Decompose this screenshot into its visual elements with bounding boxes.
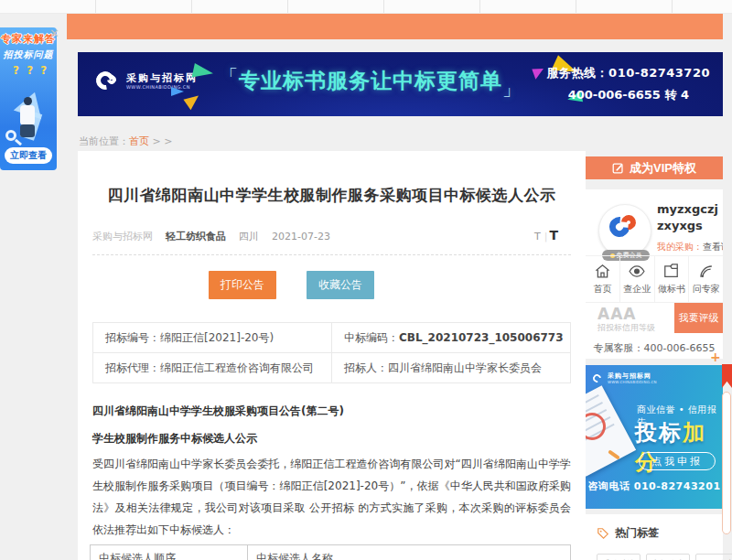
hot-tags-card: 热门标签 采购精选 中标公告 项目公告 — [586, 514, 723, 560]
edge-floating-widget[interactable] — [722, 364, 732, 388]
notice-subtitle-2: 学生校服制作服务中标候选人公示 — [92, 431, 571, 447]
logo-url: WWW.CHINABIDDING.CN — [126, 84, 198, 91]
eye-icon — [628, 263, 646, 280]
top-orange-bar — [67, 14, 723, 39]
service-ad-banner[interactable]: 采购与招标网 WWW.CHINABIDDING.CN 「专业标书服务让中标更简单… — [78, 52, 723, 116]
username: myzxgczjzxyxgs — [657, 201, 721, 234]
meta-category[interactable]: 轻工纺织食品 — [166, 230, 226, 243]
page-title: 四川省绵阳南山中学学生校服制作服务采购项目中标候选人公示 — [92, 185, 571, 206]
triangle-decoration — [171, 87, 184, 96]
table-row: 招标代理：绵阳正信工程造价咨询有限公司 招标人：四川省绵阳南山中学家长委员会 — [93, 353, 571, 383]
view-now-button[interactable]: 立即查看 — [5, 147, 52, 164]
logo-name: 采购与招标网 — [126, 73, 198, 84]
tag-chip[interactable]: 中标公告 — [646, 554, 690, 560]
folder-icon — [662, 263, 680, 280]
sparkle-decoration: + — [710, 350, 721, 364]
meta-region[interactable]: 四川 — [239, 230, 259, 243]
float-banner-subline: 招投标问题 — [0, 48, 57, 61]
notice-subtitle-1: 四川省绵阳南山中学学生校服采购项目公告(第二号) — [92, 404, 571, 419]
bid-bonus-ad-banner[interactable]: 采购与招标网WWW.CHINABIDDING.CN 商业信誉 • 信用报告 投标… — [586, 365, 723, 509]
rss-icon — [697, 263, 715, 280]
tenderee-cell: 招标人：四川省绵阳南山中学家长委员会 — [332, 353, 571, 383]
apply-now-button[interactable]: 点我申报 — [639, 452, 716, 470]
font-size-controls: T|T — [534, 228, 558, 242]
triangle-decoration — [532, 65, 545, 79]
credit-grade-desc: 招投标信用等级 — [597, 322, 655, 334]
quick-nav: 首页 查企业 做标书 问专家 — [586, 255, 723, 302]
sidebar-item-make-bid-doc[interactable]: 做标书 — [655, 256, 690, 302]
edge-toolbar-collapsed[interactable] — [722, 392, 731, 534]
sidebar-item-ask-expert[interactable]: 问专家 — [689, 256, 723, 302]
col-header-name: 中标候选人名称 — [248, 545, 571, 560]
float-banner-headline: 专家来解答 — [0, 32, 57, 46]
bid-info-table: 招标编号：绵阳正信[2021]-20号) 中标编码：CBL_20210723_1… — [92, 322, 571, 383]
candidates-table: 中标候选人顺序 中标候选人名称 第一中标候选人 杭州思美服饰有限公司 第二中标候… — [90, 544, 571, 560]
service-hotline: 服务热线：010-82743720 400-006-6655 转 4 — [547, 65, 710, 103]
table-header-row: 中标候选人顺序 中标候选人名称 — [91, 545, 571, 560]
tag-icon — [597, 527, 609, 540]
triangle-decoration — [183, 92, 202, 111]
tag-chip[interactable]: 项目公告 — [695, 554, 732, 560]
left-floating-banner[interactable]: 专家来解答 招投标问题 ? ? ? 立即查看 — [0, 27, 57, 170]
my-procurement-line: 我的采购：查看详情 — [657, 241, 723, 253]
breadcrumb-home-link[interactable]: 首页 — [129, 135, 149, 147]
dedicated-service-line: 专属客服：400-006-6655 — [586, 341, 723, 355]
edit-icon — [612, 162, 624, 174]
sidebar-item-search-company[interactable]: 查企业 — [620, 256, 655, 302]
credit-rating-row: AAA 招投标信用等级 我要评级 — [586, 302, 723, 332]
favorite-notice-button[interactable]: 收藏公告 — [307, 271, 374, 299]
question-marks-decoration: ? ? ? — [13, 64, 48, 77]
meta-date: 2021-07-23 — [272, 231, 330, 242]
tag-chip[interactable]: 采购精选 — [597, 554, 640, 560]
col-header-order: 中标候选人顺序 — [91, 545, 248, 560]
breadcrumb-prefix: 当前位置： — [79, 135, 129, 147]
dashed-divider — [92, 254, 571, 255]
page: { "colors": { "orange_bar": "#f68e5f", "… — [0, 0, 732, 560]
ad-phone: 咨询电话 010-82743201 — [586, 479, 723, 493]
top-browser-strip — [0, 0, 732, 14]
notice-body-paragraph: 受四川省绵阳南山中学家长委员会委托，绵阳正信工程造价咨询有限公司对“四川省绵阳南… — [92, 453, 571, 541]
action-buttons: 打印公告 收藏公告 — [209, 271, 571, 299]
credit-grade: AAA — [597, 305, 636, 323]
article-meta: 采购与招标网 轻工纺织食品 四川 2021-07-23 T|T — [92, 228, 571, 243]
view-details-link[interactable]: 查看详情 — [703, 242, 723, 252]
close-icon[interactable]: ✕ — [49, 27, 59, 40]
magnifier-icon — [15, 139, 22, 145]
article-card: 四川省绵阳南山中学学生校服制作服务采购项目中标候选人公示 采购与招标网 轻工纺织… — [78, 151, 586, 560]
agency-cell: 招标代理：绵阳正信工程造价咨询有限公司 — [93, 353, 332, 383]
font-smaller-button[interactable]: T — [534, 231, 541, 242]
bid-number-cell: 招标编号：绵阳正信[2021]-20号) — [93, 323, 332, 353]
breadcrumb: 当前位置：首页 > > — [79, 135, 172, 148]
breadcrumb-separators: > > — [149, 135, 172, 147]
tags-row: 采购精选 中标公告 项目公告 — [597, 554, 712, 560]
meta-source: 采购与招标网 — [92, 230, 153, 243]
table-row: 招标编号：绵阳正信[2021]-20号) 中标编码：CBL_20210723_1… — [93, 323, 571, 353]
become-vip-button[interactable]: 成为VIP特权 — [586, 156, 723, 179]
rate-me-button[interactable]: 我要评级 — [674, 303, 723, 333]
person-illustration — [20, 124, 35, 137]
font-larger-button[interactable]: T — [549, 228, 558, 242]
hot-tags-header: 热门标签 — [597, 525, 712, 541]
sidebar-item-home[interactable]: 首页 — [586, 256, 620, 302]
chinabidding-logo-small: 采购与招标网WWW.CHINABIDDING.CN — [593, 372, 657, 384]
home-icon — [594, 263, 611, 280]
win-code-cell: 中标编码：CBL_20210723_105006773 — [332, 323, 571, 353]
print-notice-button[interactable]: 打印公告 — [209, 271, 276, 299]
avatar[interactable]: 免费会员 — [598, 204, 651, 257]
person-illustration — [20, 105, 35, 125]
banner-slogan: 「专业标书服务让中标更简单」 — [220, 64, 522, 102]
user-profile-card: 免费会员 myzxgczjzxyxgs 我的采购：查看详情 首页 查企业 做标书… — [586, 189, 723, 359]
person-illustration — [24, 97, 32, 105]
chinabidding-logo-icon — [96, 70, 120, 93]
